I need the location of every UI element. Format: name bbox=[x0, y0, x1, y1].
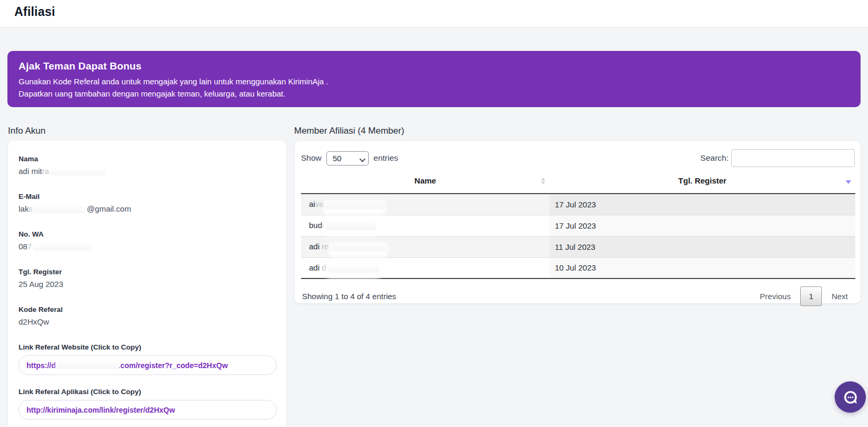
page-length-select[interactable]: 50 bbox=[326, 151, 369, 165]
member-table: Name Tgl. Register aiva 17 Jul 2023 budi… bbox=[301, 169, 855, 279]
table-row: adi re 11 Jul 2023 bbox=[301, 236, 855, 257]
previous-page-button[interactable]: Previous bbox=[754, 287, 797, 306]
field-email: E-Mail laks @gmail.com bbox=[19, 193, 277, 214]
column-header-name[interactable]: Name bbox=[301, 169, 550, 194]
page-number-button[interactable]: 1 bbox=[800, 286, 822, 306]
table-row: adi d 10 Jul 2023 bbox=[301, 257, 855, 278]
email-value: laks @gmail.com bbox=[19, 204, 277, 214]
page-length-select-wrap: 50 bbox=[326, 151, 369, 165]
chat-button[interactable] bbox=[835, 381, 866, 413]
info-akun-card: Nama adi mitra E-Mail laks @gmail.com No… bbox=[8, 141, 286, 427]
member-afiliasi-card: Show 50 entries Search: Name Tgl. Regi bbox=[295, 141, 861, 303]
redaction bbox=[327, 264, 379, 273]
email-label: E-Mail bbox=[19, 193, 277, 201]
no-wa-value: 087 bbox=[19, 242, 277, 251]
redaction bbox=[33, 244, 92, 251]
info-akun-heading: Info Akun bbox=[8, 126, 46, 136]
member-date-cell: 11 Jul 2023 bbox=[550, 236, 855, 257]
field-link-website: Link Referal Website (Click to Copy) htt… bbox=[19, 343, 277, 375]
showing-entries-text: Showing 1 to 4 of 4 entries bbox=[302, 292, 396, 301]
sort-unsorted-icon bbox=[541, 178, 545, 184]
table-controls: Show 50 entries Search: bbox=[301, 148, 855, 168]
banner-title: Ajak Teman Dapat Bonus bbox=[19, 60, 848, 72]
member-date-cell: 17 Jul 2023 bbox=[550, 194, 855, 215]
pagination: Previous 1 Next bbox=[754, 286, 854, 306]
kode-referal-value: d2HxQw bbox=[19, 317, 277, 327]
table-header-row: Name Tgl. Register bbox=[301, 169, 855, 194]
entries-label: entries bbox=[374, 153, 398, 163]
link-aplikasi-copy-input[interactable]: http://kiriminaja.com/link/register/d2Hx… bbox=[19, 400, 277, 420]
redaction bbox=[23, 177, 56, 184]
link-website-label: Link Referal Website (Click to Copy) bbox=[19, 343, 277, 351]
member-date-cell: 17 Jul 2023 bbox=[550, 215, 855, 236]
member-name-cell: budi bbox=[301, 215, 550, 236]
search-input[interactable] bbox=[731, 149, 855, 167]
show-label: Show bbox=[301, 153, 322, 163]
redaction bbox=[325, 201, 384, 209]
referral-banner: Ajak Teman Dapat Bonus Gunakan Kode Refe… bbox=[7, 51, 861, 107]
search-label: Search: bbox=[701, 153, 729, 163]
show-entries-control: Show 50 entries bbox=[301, 151, 398, 165]
tgl-register-value: 25 Aug 2023 bbox=[19, 280, 277, 289]
redaction bbox=[57, 361, 118, 369]
banner-line-2: Dapatkan uang tambahan dengan mengajak t… bbox=[19, 88, 848, 100]
member-name-cell: aiva bbox=[301, 194, 550, 215]
member-name-cell: adi d bbox=[301, 257, 550, 278]
no-wa-label: No. WA bbox=[19, 230, 277, 238]
next-page-button[interactable]: Next bbox=[825, 287, 854, 306]
redaction bbox=[330, 243, 386, 251]
member-afiliasi-heading: Member Afiliasi (4 Member) bbox=[294, 126, 404, 136]
field-link-aplikasi: Link Referal Aplikasi (Click to Copy) ht… bbox=[19, 388, 277, 420]
table-row: aiva 17 Jul 2023 bbox=[301, 194, 855, 215]
redaction bbox=[34, 206, 85, 213]
tgl-register-label: Tgl. Register bbox=[19, 268, 277, 276]
redaction bbox=[23, 215, 52, 221]
kode-referal-label: Kode Referal bbox=[19, 306, 277, 313]
nama-value: adi mitra bbox=[19, 167, 277, 176]
sort-descending-icon bbox=[846, 180, 851, 184]
redaction bbox=[23, 252, 48, 259]
chat-bubble-icon bbox=[842, 389, 859, 406]
page-title: Afiliasi bbox=[14, 5, 55, 19]
search-control: Search: bbox=[701, 149, 855, 167]
field-no-wa: No. WA 087 bbox=[19, 230, 277, 251]
field-tgl-register: Tgl. Register 25 Aug 2023 bbox=[19, 268, 277, 289]
nama-label: Nama bbox=[19, 155, 277, 163]
column-header-tgl-register[interactable]: Tgl. Register bbox=[550, 169, 855, 194]
field-nama: Nama adi mitra bbox=[19, 155, 277, 176]
banner-line-1: Gunakan Kode Referal anda untuk mengajak… bbox=[19, 76, 848, 88]
link-aplikasi-label: Link Referal Aplikasi (Click to Copy) bbox=[19, 388, 277, 396]
redaction bbox=[325, 222, 376, 230]
table-footer: Showing 1 to 4 of 4 entries Previous 1 N… bbox=[301, 279, 855, 306]
redaction bbox=[50, 169, 105, 176]
member-date-cell: 10 Jul 2023 bbox=[550, 257, 855, 278]
member-name-cell: adi re bbox=[301, 236, 550, 257]
field-kode-referal: Kode Referal d2HxQw bbox=[19, 306, 277, 327]
link-website-copy-input[interactable]: https://d.com/register?r_code=d2HxQw bbox=[19, 355, 277, 375]
table-row: budi 17 Jul 2023 bbox=[301, 215, 855, 236]
topbar bbox=[0, 0, 868, 28]
